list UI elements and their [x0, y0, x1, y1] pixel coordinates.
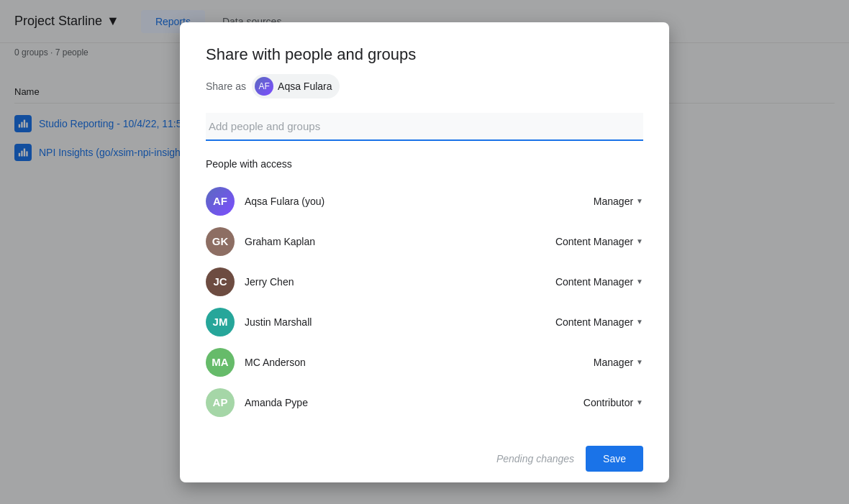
person-item: GK Graham Kaplan Content Manager ▼ — [206, 221, 643, 262]
share-as-chip[interactable]: AF Aqsa Fulara — [252, 74, 339, 98]
avatar-face: GK — [206, 227, 235, 256]
save-button[interactable]: Save — [586, 446, 643, 472]
share-as-avatar: AF — [255, 77, 273, 96]
person-role-dropdown[interactable]: Content Manager ▼ — [555, 276, 643, 288]
share-as-avatar-initials: AF — [258, 81, 269, 91]
person-role-label: Contributor — [584, 397, 633, 408]
chevron-down-icon: ▼ — [636, 237, 643, 245]
person-avatar: MA — [206, 348, 235, 377]
share-as-row: Share as AF Aqsa Fulara — [206, 74, 643, 98]
person-avatar: GK — [206, 227, 235, 256]
modal-overlay: Share with people and groups Share as AF… — [0, 0, 849, 504]
add-people-input-container — [206, 113, 643, 141]
add-people-input[interactable] — [206, 113, 643, 139]
person-role-label: Content Manager — [555, 316, 633, 328]
person-avatar: JM — [206, 308, 235, 336]
chevron-down-icon: ▼ — [636, 398, 643, 406]
person-role-dropdown[interactable]: Content Manager ▼ — [555, 316, 643, 328]
chevron-down-icon: ▼ — [636, 318, 643, 326]
chevron-down-icon: ▼ — [636, 358, 643, 366]
person-item: MA MC Anderson Manager ▼ — [206, 342, 643, 382]
person-avatar: JC — [206, 267, 235, 296]
person-item: AP Amanda Pype Contributor ▼ — [206, 382, 643, 423]
person-name: Graham Kaplan — [245, 236, 555, 247]
person-name: MC Anderson — [245, 357, 594, 368]
modal-title: Share with people and groups — [206, 45, 643, 64]
pending-label: Pending changes — [496, 453, 574, 464]
person-role-dropdown[interactable]: Contributor ▼ — [584, 397, 643, 408]
person-item: JM Justin Marshall Content Manager ▼ — [206, 302, 643, 342]
person-name: Justin Marshall — [245, 316, 555, 328]
people-list: AF Aqsa Fulara (you) Manager ▼ GK Graham… — [206, 181, 643, 423]
person-item: JC Jerry Chen Content Manager ▼ — [206, 262, 643, 302]
person-role-dropdown[interactable]: Manager ▼ — [594, 357, 643, 368]
person-role-dropdown[interactable]: Content Manager ▼ — [555, 236, 643, 247]
chevron-down-icon: ▼ — [636, 278, 643, 285]
share-as-label: Share as — [206, 81, 246, 92]
share-as-user-name: Aqsa Fulara — [278, 81, 332, 92]
modal-footer: Pending changes Save — [206, 440, 643, 472]
people-section-title: People with access — [206, 158, 643, 170]
avatar-face: AF — [206, 187, 235, 216]
person-name: Jerry Chen — [245, 276, 555, 288]
avatar-face: MA — [206, 348, 235, 377]
chevron-down-icon: ▼ — [636, 197, 643, 205]
person-role-dropdown[interactable]: Manager ▼ — [594, 196, 643, 207]
person-item: AF Aqsa Fulara (you) Manager ▼ — [206, 181, 643, 221]
share-dialog: Share with people and groups Share as AF… — [180, 22, 669, 482]
person-role-label: Manager — [594, 357, 633, 368]
person-name: Aqsa Fulara (you) — [245, 196, 594, 207]
person-role-label: Manager — [594, 196, 633, 207]
person-avatar: AF — [206, 187, 235, 216]
avatar-face: JM — [206, 308, 235, 336]
person-avatar: AP — [206, 388, 235, 417]
person-name: Amanda Pype — [245, 397, 584, 408]
avatar-face: JC — [206, 267, 235, 296]
person-role-label: Content Manager — [555, 276, 633, 288]
person-role-label: Content Manager — [555, 236, 633, 247]
avatar-face: AP — [206, 388, 235, 417]
